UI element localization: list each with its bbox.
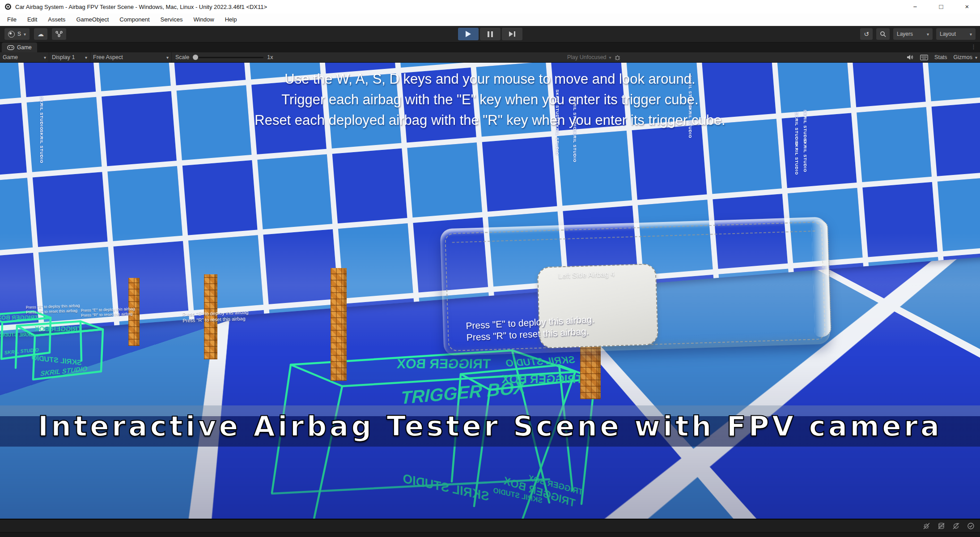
step-button[interactable] <box>502 28 522 40</box>
layout-dropdown[interactable]: Layout ▾ <box>936 28 976 40</box>
layers-label: Layers <box>897 31 913 37</box>
toolbar-right-group: ↺ Layers ▾ Layout ▾ <box>860 28 976 40</box>
game-viewport[interactable]: SKRIL STUDIO SKRIL STUDIO SKRIL STUDIO S… <box>0 63 980 520</box>
scale-control: Scale 1x <box>175 52 273 62</box>
scale-value: 1x <box>267 54 273 60</box>
menu-services[interactable]: Services <box>155 13 188 26</box>
pause-button[interactable] <box>480 28 501 40</box>
version-control-button[interactable] <box>52 28 66 40</box>
status-icons <box>923 522 975 530</box>
gamepad-icon <box>7 45 14 50</box>
chevron-down-icon: ▾ <box>970 32 972 37</box>
svg-text:TRIGGER BOX: TRIGGER BOX <box>527 473 584 497</box>
title-bar: Car Airbag System - Airbag FPV Tester Sc… <box>0 0 980 13</box>
svg-text:SKRIL STUDIO: SKRIL STUDIO <box>492 486 543 504</box>
svg-text:TRIGGER BOX: TRIGGER BOX <box>34 325 83 332</box>
maximize-button[interactable]: □ <box>928 0 954 13</box>
menu-window[interactable]: Window <box>188 13 219 26</box>
distant-airbag-prompt: Press "E" to deploy this airbag Press "R… <box>26 303 81 315</box>
wall-brand-text: SKRIL STUDIO <box>39 130 44 163</box>
tab-game-label: Game <box>17 44 32 51</box>
wall-brand-text: SKRIL STUDIO <box>794 141 799 175</box>
menu-help[interactable]: Help <box>220 13 242 26</box>
caption-band: Interactive Airbag Tester Scene with FPV… <box>0 405 980 447</box>
scale-label: Scale <box>175 54 189 60</box>
play-controls <box>458 28 522 40</box>
tab-game[interactable]: Game <box>2 43 37 52</box>
undo-history-button[interactable]: ↺ <box>860 28 873 40</box>
scale-slider[interactable] <box>193 57 263 58</box>
account-dropdown[interactable]: S ▾ <box>4 28 30 40</box>
instruction-line: Use the W, A, S, D keys and your mouse t… <box>0 69 980 90</box>
play-button[interactable] <box>458 28 479 40</box>
version-control-icon <box>55 31 63 37</box>
unity-logo-icon <box>4 3 12 10</box>
svg-text:TRIGGER BOX: TRIGGER BOX <box>500 372 585 386</box>
stats-toggle[interactable]: Stats <box>934 54 947 60</box>
game-view-right-controls: Stats Gizmos ▾ <box>907 52 977 62</box>
account-icon <box>8 31 15 38</box>
progress-idle-check-icon[interactable] <box>967 522 975 530</box>
display-number-label: Display 1 <box>52 54 75 60</box>
status-bar-lower-strip <box>0 532 980 537</box>
layout-label: Layout <box>940 31 956 37</box>
status-bar <box>0 519 980 537</box>
aspect-ratio-label: Free Aspect <box>93 54 123 60</box>
chevron-down-icon: ▾ <box>609 55 611 60</box>
search-icon <box>880 31 886 37</box>
minimize-button[interactable]: − <box>902 0 928 13</box>
account-initial: S <box>17 31 21 37</box>
unity-editor-window: Car Airbag System - Airbag FPV Tester Sc… <box>0 0 980 537</box>
keyboard-icon[interactable] <box>920 55 928 60</box>
chevron-down-icon: ▾ <box>927 32 929 37</box>
tab-row: Game ⋮ <box>0 43 980 52</box>
layers-dropdown[interactable]: Layers ▾ <box>893 28 933 40</box>
smoke-puff <box>698 377 772 403</box>
menu-gameobject[interactable]: GameObject <box>71 13 114 26</box>
caption-text: Interactive Airbag Tester Scene with FPV… <box>38 410 942 443</box>
play-icon <box>466 31 471 37</box>
tab-options-icon[interactable]: ⋮ <box>971 43 976 50</box>
chevron-down-icon: ▾ <box>166 55 169 60</box>
mute-audio-speaker-icon[interactable] <box>907 54 914 60</box>
brick-pillar <box>331 268 347 381</box>
display-number-dropdown[interactable]: Display 1 ▾ <box>49 52 90 62</box>
menu-file[interactable]: File <box>2 13 22 26</box>
main-toolbar: S ▾ ☁ ↺ <box>0 26 980 43</box>
game-view-toolbar: Game ▾ Display 1 ▾ Free Aspect ▾ Scale 1… <box>0 52 980 63</box>
gizmos-label: Gizmos <box>954 54 972 60</box>
auto-refresh-disabled-icon[interactable] <box>952 522 960 530</box>
scale-slider-knob[interactable] <box>193 55 198 60</box>
chevron-down-icon: ▾ <box>85 55 87 60</box>
search-button[interactable] <box>876 28 890 40</box>
window-title: Car Airbag System - Airbag FPV Tester Sc… <box>15 4 267 10</box>
menu-component[interactable]: Component <box>114 13 155 26</box>
wall-brand-text: SKRIL STUDIO <box>803 139 807 172</box>
cache-server-disabled-icon[interactable] <box>938 522 945 530</box>
cloud-services-button[interactable]: ☁ <box>34 28 47 40</box>
chevron-down-icon: ▾ <box>975 55 977 60</box>
pause-icon <box>488 31 493 37</box>
play-focus-dropdown[interactable]: Play Unfocused ▾ <box>567 52 621 62</box>
chevron-down-icon: ▾ <box>44 55 46 60</box>
play-focus-label: Play Unfocused <box>567 54 607 60</box>
distant-airbag-prompt: Press "E" to deploy this airbag Press "R… <box>81 307 136 318</box>
display-target-dropdown[interactable]: Game ▾ <box>0 52 49 62</box>
cloud-icon: ☁ <box>38 31 44 37</box>
gizmos-dropdown[interactable]: Gizmos ▾ <box>954 54 977 60</box>
toolbar-left-group: S ▾ ☁ <box>4 28 66 40</box>
frame-debugger-bug-icon[interactable] <box>614 54 621 61</box>
menu-edit[interactable]: Edit <box>22 13 42 26</box>
step-icon <box>509 31 515 37</box>
menu-bar: File Edit Assets GameObject Component Se… <box>0 13 980 26</box>
close-button[interactable]: × <box>954 0 980 13</box>
distant-airbag-prompt: Press "E" to deploy this airbag Press "R… <box>182 309 249 324</box>
wall-brand-text: SKRIL STUDIO <box>573 129 577 162</box>
chevron-down-icon: ▾ <box>24 32 26 37</box>
debugger-disabled-icon[interactable] <box>923 522 930 530</box>
instruction-line: Reset each deployed airbag with the "R" … <box>0 110 980 131</box>
display-target-label: Game <box>3 54 18 60</box>
menu-assets[interactable]: Assets <box>42 13 71 26</box>
aspect-ratio-dropdown[interactable]: Free Aspect ▾ <box>90 52 172 62</box>
history-icon: ↺ <box>864 31 869 37</box>
